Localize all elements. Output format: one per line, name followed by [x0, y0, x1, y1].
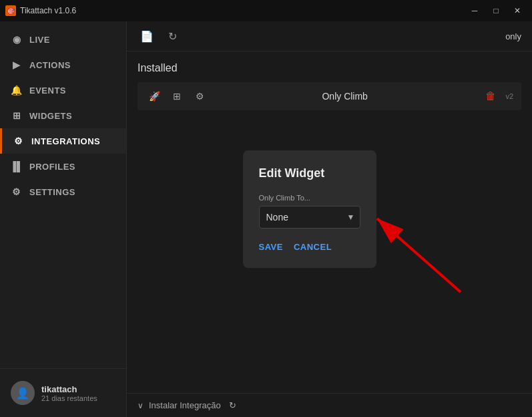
content-area: Installed 🚀 ⊞ ⚙ Only Climb 🗑 v2 Edit Wid… [127, 51, 532, 393]
sidebar-item-label: LIVE [29, 35, 50, 45]
user-name: tikattach [41, 384, 97, 394]
integrations-icon: ⚙ [13, 135, 25, 147]
sidebar-item-actions[interactable]: ▶ ACTIONS [0, 52, 126, 78]
maximize-button[interactable]: □ [487, 1, 505, 20]
sidebar-bottom: 👤 tikattach 21 dias restantes [0, 368, 126, 412]
sidebar-item-integrations[interactable]: ⚙ INTEGRATIONS [0, 128, 126, 154]
close-button[interactable]: ✕ [508, 1, 527, 20]
app-title: Tikattach v1.0.6 [20, 6, 76, 15]
user-info: tikattach 21 dias restantes [41, 384, 97, 402]
save-button[interactable]: SAVE [259, 242, 283, 252]
minimize-button[interactable]: ─ [465, 1, 484, 20]
main-content: 📄 ↻ Installed 🚀 ⊞ ⚙ Only Climb 🗑 v2 Edit… [127, 21, 532, 417]
titlebar-left: 🎯 Tikattach v1.0.6 [5, 5, 76, 16]
add-icon[interactable]: ⊞ [168, 88, 186, 105]
sidebar-item-label: ACTIONS [29, 60, 71, 70]
sidebar-item-label: INTEGRATIONS [31, 136, 100, 146]
settings-icon[interactable]: ⚙ [191, 88, 208, 105]
sidebar-item-widgets[interactable]: ⊞ WIDGETS [0, 103, 126, 128]
new-file-icon[interactable]: 📄 [138, 27, 156, 45]
user-subscription: 21 dias restantes [41, 394, 97, 402]
widgets-icon: ⊞ [11, 110, 23, 122]
events-icon: 🔔 [11, 84, 23, 96]
sidebar-item-profiles[interactable]: ▐▌ PROFILES [0, 154, 126, 179]
user-profile[interactable]: 👤 tikattach 21 dias restantes [0, 374, 126, 412]
app-layout: ◉ LIVE ▶ ACTIONS 🔔 EVENTS ⊞ WIDGETS ⚙ IN… [0, 21, 532, 417]
app-icon: 🎯 [5, 5, 16, 16]
edit-widget-modal: Edit Widget Only Climb To... None ▼ SAVE… [243, 150, 376, 268]
climb-to-select[interactable]: None [259, 206, 360, 229]
refresh-icon[interactable]: ↻ [229, 400, 236, 410]
sidebar: ◉ LIVE ▶ ACTIONS 🔔 EVENTS ⊞ WIDGETS ⚙ IN… [0, 21, 127, 417]
select-wrapper: None ▼ [259, 206, 360, 229]
live-icon: ◉ [11, 33, 23, 45]
widget-row: 🚀 ⊞ ⚙ Only Climb 🗑 v2 [138, 82, 521, 110]
profiles-icon: ▐▌ [11, 160, 23, 172]
sidebar-item-live[interactable]: ◉ LIVE [0, 27, 126, 52]
svg-line-1 [377, 219, 461, 292]
titlebar-controls: ─ □ ✕ [465, 1, 527, 20]
modal-title: Edit Widget [259, 166, 360, 180]
widget-version: v2 [505, 92, 513, 100]
modal-actions: SAVE CANCEL [259, 242, 360, 252]
sidebar-item-label: PROFILES [29, 162, 75, 172]
actions-icon: ▶ [11, 59, 23, 71]
titlebar: 🎯 Tikattach v1.0.6 ─ □ ✕ [0, 0, 532, 21]
installed-title: Installed [138, 62, 521, 74]
sidebar-item-settings[interactable]: ⚙ SETTINGS [0, 179, 126, 204]
avatar: 👤 [11, 381, 35, 405]
install-integration-label: Instalar Integração [149, 400, 221, 410]
settings-icon: ⚙ [11, 186, 23, 198]
refresh-icon[interactable]: ↻ [163, 27, 182, 45]
chevron-down-icon: ∨ [138, 401, 144, 410]
cancel-button[interactable]: CANCEL [294, 242, 332, 252]
search-input[interactable] [188, 31, 521, 41]
sidebar-item-label: SETTINGS [29, 187, 75, 197]
sidebar-item-label: WIDGETS [29, 111, 72, 121]
sidebar-item-events[interactable]: 🔔 EVENTS [0, 78, 126, 103]
rocket-icon[interactable]: 🚀 [146, 88, 163, 105]
field-label: Only Climb To... [259, 194, 360, 202]
install-integration-bar[interactable]: ∨ Instalar Integração ↻ [127, 393, 532, 417]
sidebar-item-label: EVENTS [29, 86, 66, 96]
delete-widget-button[interactable]: 🗑 [481, 89, 500, 104]
widget-name: Only Climb [214, 91, 476, 102]
topbar: 📄 ↻ [127, 21, 532, 51]
